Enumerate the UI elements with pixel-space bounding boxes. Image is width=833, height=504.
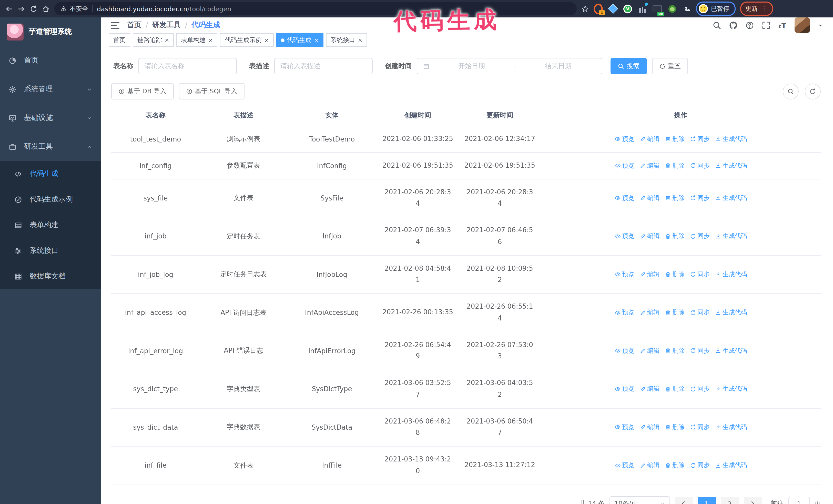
- sidebar-item[interactable]: 基础设施: [0, 103, 101, 132]
- extension-v-icon[interactable]: V: [623, 4, 632, 13]
- action-sync[interactable]: 同步: [690, 135, 710, 144]
- sidebar-item[interactable]: 表单构建: [0, 212, 101, 238]
- action-delete[interactable]: 删除: [665, 461, 685, 470]
- browser-menu-icon[interactable]: ⋮: [762, 5, 768, 12]
- action-preview[interactable]: 预览: [614, 135, 634, 144]
- action-generate-code[interactable]: 生成代码: [715, 270, 747, 279]
- extension-columns-icon[interactable]: [638, 4, 647, 13]
- app-logo-row[interactable]: 芋道管理系统: [0, 18, 101, 46]
- breadcrumb-item[interactable]: 研发工具: [152, 21, 181, 30]
- search-button[interactable]: 搜索: [611, 58, 647, 74]
- action-preview[interactable]: 预览: [614, 194, 634, 202]
- action-sync[interactable]: 同步: [690, 270, 710, 279]
- sidebar-item[interactable]: 系统管理: [0, 75, 101, 103]
- action-edit[interactable]: 编辑: [640, 135, 660, 144]
- action-sync[interactable]: 同步: [690, 461, 710, 470]
- sidebar-item[interactable]: 首页: [0, 46, 101, 75]
- import-sql-button[interactable]: 基于 SQL 导入: [178, 83, 244, 99]
- action-preview[interactable]: 预览: [614, 346, 634, 355]
- action-preview[interactable]: 预览: [614, 461, 634, 470]
- security-indicator[interactable]: 不安全: [61, 4, 88, 13]
- tab-close-icon[interactable]: ×: [165, 37, 169, 43]
- browser-home-icon[interactable]: [42, 5, 50, 13]
- bookmark-star-icon[interactable]: [581, 5, 589, 13]
- browser-back-icon[interactable]: [5, 5, 13, 13]
- action-generate-code[interactable]: 生成代码: [715, 135, 747, 144]
- breadcrumb-item[interactable]: 首页: [127, 21, 142, 30]
- sidebar-item[interactable]: 代码生成: [0, 161, 101, 187]
- action-sync[interactable]: 同步: [690, 308, 710, 317]
- browser-reload-icon[interactable]: [30, 5, 38, 13]
- avatar[interactable]: [794, 18, 810, 33]
- action-delete[interactable]: 删除: [665, 135, 685, 144]
- sidebar-item[interactable]: 研发工具: [0, 132, 101, 161]
- action-generate-code[interactable]: 生成代码: [715, 308, 747, 317]
- date-range-picker[interactable]: 开始日期 - 结束日期: [417, 58, 602, 74]
- action-generate-code[interactable]: 生成代码: [715, 461, 747, 470]
- table-name-input[interactable]: 请输入表名称: [138, 58, 237, 74]
- breadcrumb-item[interactable]: 代码生成: [191, 21, 220, 30]
- sidebar-item[interactable]: 系统接口: [0, 238, 101, 264]
- action-edit[interactable]: 编辑: [640, 161, 660, 170]
- action-delete[interactable]: 删除: [665, 194, 685, 202]
- browser-forward-icon[interactable]: [18, 5, 25, 13]
- refresh-table-button[interactable]: [805, 83, 821, 99]
- font-size-icon[interactable]: tT: [778, 21, 787, 29]
- import-db-button[interactable]: 基于 DB 导入: [111, 83, 173, 99]
- action-delete[interactable]: 删除: [665, 423, 685, 432]
- update-browser-pill[interactable]: 更新 ⋮: [740, 2, 773, 16]
- tab-close-icon[interactable]: ×: [208, 37, 213, 43]
- action-preview[interactable]: 预览: [614, 161, 634, 170]
- action-generate-code[interactable]: 生成代码: [715, 232, 747, 241]
- extension-dark-icon[interactable]: on: [652, 4, 662, 13]
- hamburger-icon[interactable]: [111, 22, 119, 28]
- action-edit[interactable]: 编辑: [640, 194, 660, 202]
- action-delete[interactable]: 删除: [665, 270, 685, 279]
- user-caret-icon[interactable]: [818, 22, 823, 28]
- action-generate-code[interactable]: 生成代码: [715, 423, 747, 432]
- action-delete[interactable]: 删除: [665, 385, 685, 393]
- action-sync[interactable]: 同步: [690, 346, 710, 355]
- page-button-1[interactable]: 1: [697, 497, 716, 504]
- tab[interactable]: 表单构建 ×: [176, 33, 217, 47]
- action-sync[interactable]: 同步: [690, 161, 710, 170]
- page-button-2[interactable]: 2: [720, 497, 739, 504]
- fullscreen-icon[interactable]: [762, 21, 770, 29]
- end-date-input[interactable]: 结束日期: [520, 62, 596, 71]
- action-edit[interactable]: 编辑: [640, 461, 660, 470]
- action-delete[interactable]: 删除: [665, 232, 685, 241]
- action-generate-code[interactable]: 生成代码: [715, 385, 747, 393]
- extensions-puzzle-icon[interactable]: [682, 4, 691, 13]
- tab[interactable]: 代码生成示例 ×: [220, 33, 273, 47]
- action-preview[interactable]: 预览: [614, 270, 634, 279]
- action-edit[interactable]: 编辑: [640, 308, 660, 317]
- search-icon[interactable]: [713, 21, 721, 29]
- table-desc-input[interactable]: 请输入表描述: [274, 58, 373, 74]
- action-edit[interactable]: 编辑: [640, 385, 660, 393]
- action-sync[interactable]: 同步: [690, 385, 710, 393]
- tab[interactable]: 代码生成 ×: [276, 33, 323, 47]
- action-preview[interactable]: 预览: [614, 423, 634, 432]
- action-generate-code[interactable]: 生成代码: [715, 194, 747, 202]
- toggle-search-button[interactable]: [783, 83, 799, 99]
- action-generate-code[interactable]: 生成代码: [715, 161, 747, 170]
- action-delete[interactable]: 删除: [665, 308, 685, 317]
- action-edit[interactable]: 编辑: [640, 346, 660, 355]
- next-page-button[interactable]: [743, 497, 762, 504]
- action-preview[interactable]: 预览: [614, 232, 634, 241]
- tab[interactable]: 链路追踪 ×: [133, 33, 174, 47]
- extension-gem-icon[interactable]: [609, 4, 618, 13]
- tab[interactable]: 系统接口 ×: [326, 33, 367, 47]
- action-sync[interactable]: 同步: [690, 194, 710, 202]
- action-sync[interactable]: 同步: [690, 232, 710, 241]
- action-preview[interactable]: 预览: [614, 308, 634, 317]
- extension-orange-icon[interactable]: 1: [594, 4, 603, 13]
- reset-button[interactable]: 重置: [652, 58, 688, 74]
- action-delete[interactable]: 删除: [665, 161, 685, 170]
- action-edit[interactable]: 编辑: [640, 270, 660, 279]
- page-size-select[interactable]: 10条/页: [609, 496, 670, 504]
- tab-close-icon[interactable]: ×: [314, 37, 318, 43]
- action-edit[interactable]: 编辑: [640, 423, 660, 432]
- help-icon[interactable]: [745, 21, 754, 29]
- start-date-input[interactable]: 开始日期: [434, 62, 509, 71]
